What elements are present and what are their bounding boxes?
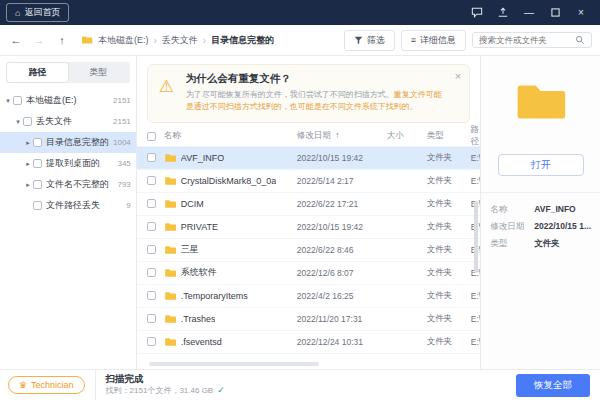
row-checkbox[interactable]: [147, 176, 156, 185]
column-type[interactable]: 类型: [427, 130, 471, 142]
tab-path[interactable]: 路径: [7, 63, 68, 82]
table-row[interactable]: CrystalDiskMark8_0_0a 2022/5/14 2:17 文件夹…: [137, 170, 480, 193]
tree-item[interactable]: ▾ 丢失文件 2151: [0, 111, 136, 132]
cell-path: E:\: [471, 337, 480, 347]
cell-type: 文件夹: [427, 221, 471, 233]
close-button[interactable]: ×: [568, 0, 594, 25]
column-name[interactable]: 名称: [164, 130, 181, 142]
row-checkbox[interactable]: [147, 314, 156, 323]
tree-item[interactable]: ▸ 提取到桌面的 345: [0, 153, 136, 174]
table-row[interactable]: 系统软件 2022/12/6 8:07 文件夹 E:\: [137, 262, 480, 285]
tree-item-count: 9: [126, 201, 130, 210]
row-checkbox[interactable]: [147, 222, 156, 231]
tree-checkbox[interactable]: [23, 117, 32, 126]
breadcrumb-item-lost-files[interactable]: 丢失文件: [162, 34, 198, 47]
banner-close-icon[interactable]: ×: [455, 70, 461, 82]
maximize-button[interactable]: [542, 0, 568, 25]
table-row[interactable]: .Trashes 2022/11/20 17:31 文件夹 E:\: [137, 308, 480, 331]
cell-type: 文件夹: [427, 175, 471, 187]
table-row[interactable]: 三星 2022/6/22 8:46 文件夹 E:\: [137, 239, 480, 262]
detail-key: 修改日期: [490, 218, 534, 235]
tree-item[interactable]: ▸ 文件名不完整的 793: [0, 174, 136, 195]
drive-icon: [81, 35, 93, 45]
column-date[interactable]: 修改日期 ↑: [297, 130, 387, 142]
sort-asc-icon: ↑: [335, 130, 339, 140]
tree-item[interactable]: 文件路径丢失 9: [0, 195, 136, 216]
table-row[interactable]: DCIM 2022/6/22 17:21 文件夹 E:\: [137, 193, 480, 216]
minimize-button[interactable]: —: [516, 0, 542, 25]
recover-all-button[interactable]: 恢复全部: [516, 374, 590, 397]
tab-type[interactable]: 类型: [68, 63, 129, 82]
tree-expand-icon[interactable]: ▸: [23, 160, 33, 168]
open-button[interactable]: 打开: [498, 154, 584, 176]
cell-date: 2022/12/24 10:31: [297, 337, 387, 347]
detail-key: 名称: [490, 201, 534, 218]
crown-icon: ♛: [19, 380, 27, 390]
folder-icon: [164, 222, 177, 232]
row-checkbox[interactable]: [147, 337, 156, 346]
filter-button[interactable]: 筛选: [344, 30, 395, 51]
tree-expand-icon[interactable]: ▾: [13, 118, 23, 126]
tree-expand-icon[interactable]: ▾: [3, 97, 13, 105]
cell-path: E:\: [471, 153, 480, 163]
tree-checkbox[interactable]: [33, 180, 42, 189]
funnel-icon: [354, 36, 363, 45]
cell-type: 文件夹: [427, 336, 471, 348]
folder-icon: [164, 268, 177, 278]
breadcrumb-item-current[interactable]: 目录信息完整的: [211, 34, 274, 47]
nav-back-icon[interactable]: ←: [8, 34, 24, 46]
select-all-checkbox[interactable]: [147, 132, 156, 141]
back-home-button[interactable]: ⌂ 返回首页: [6, 3, 69, 22]
breadcrumb-item-drive[interactable]: 本地磁盘(E:): [98, 34, 149, 47]
tree-checkbox[interactable]: [33, 138, 42, 147]
tree-expand-icon[interactable]: ▸: [23, 181, 33, 189]
nav-forward-icon[interactable]: →: [31, 34, 47, 46]
nav-up-icon[interactable]: ↑: [54, 34, 70, 46]
sidebar-tree: ▾ 本地磁盘(E:) 2151 ▾ 丢失文件 2151 ▸ 目录信息完整的 10…: [0, 90, 136, 369]
column-size[interactable]: 大小: [387, 130, 427, 142]
table-row[interactable]: PRIVATE 2022/10/15 19:42 文件夹 E:\: [137, 216, 480, 239]
status-bar: ♛ Technician 扫描完成 找到：2151个文件，31.46 GB ✓ …: [0, 369, 600, 400]
feedback-icon[interactable]: [464, 0, 490, 25]
row-checkbox[interactable]: [147, 268, 156, 277]
row-checkbox[interactable]: [147, 291, 156, 300]
tree-checkbox[interactable]: [33, 201, 42, 210]
cell-name: .TemporaryItems: [181, 291, 248, 301]
cell-path: E:\: [471, 314, 480, 324]
tree-item[interactable]: ▾ 本地磁盘(E:) 2151: [0, 90, 136, 111]
tree-item[interactable]: ▸ 目录信息完整的 1004: [0, 132, 136, 153]
tree-expand-icon[interactable]: ▸: [23, 139, 33, 147]
vertical-scrollbar[interactable]: [474, 201, 478, 273]
row-checkbox[interactable]: [147, 245, 156, 254]
table-row[interactable]: .TemporaryItems 2022/4/2 16:25 文件夹 E:\: [137, 285, 480, 308]
cell-type: 文件夹: [427, 267, 471, 279]
table-row[interactable]: .fseventsd 2022/12/24 10:31 文件夹 E:\: [137, 331, 480, 354]
cell-name: CrystalDiskMark8_0_0a: [181, 176, 277, 186]
toolbar-right: 筛选 ≡ 详细信息: [344, 30, 592, 51]
license-button[interactable]: ♛ Technician: [8, 376, 85, 394]
tree-item-label: 文件路径丢失: [46, 199, 122, 212]
search-box[interactable]: [472, 32, 592, 48]
cell-type: 文件夹: [427, 313, 471, 325]
folder-icon: [164, 245, 177, 255]
search-input[interactable]: [479, 35, 575, 45]
cell-type: 文件夹: [427, 198, 471, 210]
horizontal-scrollbar[interactable]: [149, 362, 319, 366]
content-area: 路径 类型 ▾ 本地磁盘(E:) 2151 ▾ 丢失文件 2151 ▸ 目录信息…: [0, 56, 600, 369]
cell-path: E:\: [471, 291, 480, 301]
tree-checkbox[interactable]: [33, 159, 42, 168]
share-icon[interactable]: [490, 0, 516, 25]
folder-icon: [164, 176, 177, 186]
folder-icon: [164, 337, 177, 347]
row-checkbox[interactable]: [147, 199, 156, 208]
detail-value: 文件夹: [534, 235, 560, 252]
table-row[interactable]: AVF_INFO 2022/10/15 19:42 文件夹 E:\: [137, 147, 480, 170]
sidebar: 路径 类型 ▾ 本地磁盘(E:) 2151 ▾ 丢失文件 2151 ▸ 目录信息…: [0, 56, 137, 369]
row-checkbox[interactable]: [147, 153, 156, 162]
column-path[interactable]: 路径: [471, 124, 480, 148]
toolbar: ← → ↑ 本地磁盘(E:) › 丢失文件 › 目录信息完整的 筛选 ≡ 详细信…: [0, 25, 600, 56]
detail-view-button[interactable]: ≡ 详细信息: [401, 30, 466, 51]
tree-checkbox[interactable]: [13, 96, 22, 105]
folder-icon: [164, 153, 177, 163]
cell-date: 2022/11/20 17:31: [297, 314, 387, 324]
